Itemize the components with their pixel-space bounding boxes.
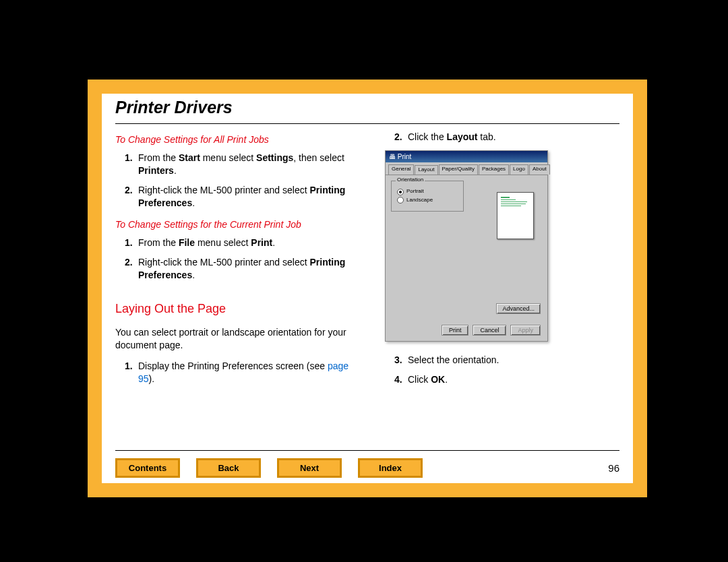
- manual-page: Printer Drivers To Change Settings for A…: [88, 80, 647, 497]
- step: 2. Click the Layout tab.: [394, 131, 621, 144]
- advanced-button[interactable]: Advanced...: [496, 303, 541, 314]
- step: 4. Click OK.: [394, 373, 621, 386]
- contents-button[interactable]: Contents: [115, 458, 180, 478]
- footer: Contents Back Next Index 96: [115, 458, 619, 478]
- subheading-current-job: To Change Settings for the Current Print…: [115, 218, 365, 231]
- dialog-screenshot: 🖶 Print General Layout Paper/Quality Pac…: [385, 150, 548, 342]
- next-button[interactable]: Next: [277, 458, 342, 478]
- orientation-legend: Orientation: [396, 177, 425, 184]
- step: 2. Right-click the ML-500 printer and se…: [125, 256, 365, 282]
- page-number: 96: [608, 462, 619, 474]
- step: 3. Select the orientation.: [394, 354, 621, 367]
- page-title: Printer Drivers: [115, 98, 233, 117]
- cancel-button[interactable]: Cancel: [473, 325, 506, 336]
- step: 1. From the File menu select Print.: [125, 237, 365, 249]
- step: 1. From the Start menu select Settings, …: [125, 152, 365, 177]
- radio-icon: [397, 197, 404, 204]
- tab-about[interactable]: About: [529, 164, 550, 175]
- orientation-group: Orientation Portrait Landscape: [391, 181, 464, 212]
- radio-icon: [397, 189, 404, 195]
- dialog-buttons: Print Cancel Apply: [442, 325, 541, 336]
- dialog-titlebar: 🖶 Print: [386, 151, 547, 163]
- step: 1. Display the Printing Preferences scre…: [125, 360, 365, 385]
- dialog-tabs: General Layout Paper/Quality Packages Lo…: [386, 162, 547, 175]
- radio-portrait[interactable]: Portrait: [397, 188, 458, 195]
- divider-bottom: [115, 450, 619, 451]
- steps-right-top: 2. Click the Layout tab.: [394, 131, 621, 144]
- index-button[interactable]: Index: [358, 458, 423, 478]
- steps-layout: 1. Display the Printing Preferences scre…: [125, 360, 365, 385]
- subheading-all-jobs: To Change Settings for All Print Jobs: [115, 133, 365, 146]
- divider-top: [115, 123, 619, 124]
- section-heading-layout: Laying Out the Page: [115, 301, 365, 317]
- right-column: 2. Click the Layout tab. 🖶 Print General…: [385, 131, 621, 443]
- radio-landscape[interactable]: Landscape: [397, 197, 458, 204]
- steps-right-bottom: 3. Select the orientation. 4. Click OK.: [394, 354, 621, 386]
- step: 2. Right-click the ML-500 printer and se…: [125, 184, 365, 210]
- tab-logo[interactable]: Logo: [510, 164, 528, 175]
- steps-current-job: 1. From the File menu select Print. 2. R…: [125, 237, 365, 282]
- apply-button[interactable]: Apply: [510, 325, 541, 336]
- tab-layout[interactable]: Layout: [415, 165, 437, 175]
- tab-paper-quality[interactable]: Paper/Quality: [439, 164, 478, 175]
- left-column: To Change Settings for All Print Jobs 1.…: [115, 131, 365, 443]
- tab-packages[interactable]: Packages: [479, 164, 509, 175]
- paragraph: You can select portrait or landscape ori…: [115, 326, 365, 352]
- steps-all-jobs: 1. From the Start menu select Settings, …: [125, 152, 365, 210]
- print-button[interactable]: Print: [442, 325, 469, 336]
- back-button[interactable]: Back: [196, 458, 261, 478]
- page-preview: [497, 192, 534, 239]
- dialog-body: Orientation Portrait Landscape Advanced.…: [386, 175, 547, 341]
- tab-general[interactable]: General: [388, 164, 414, 175]
